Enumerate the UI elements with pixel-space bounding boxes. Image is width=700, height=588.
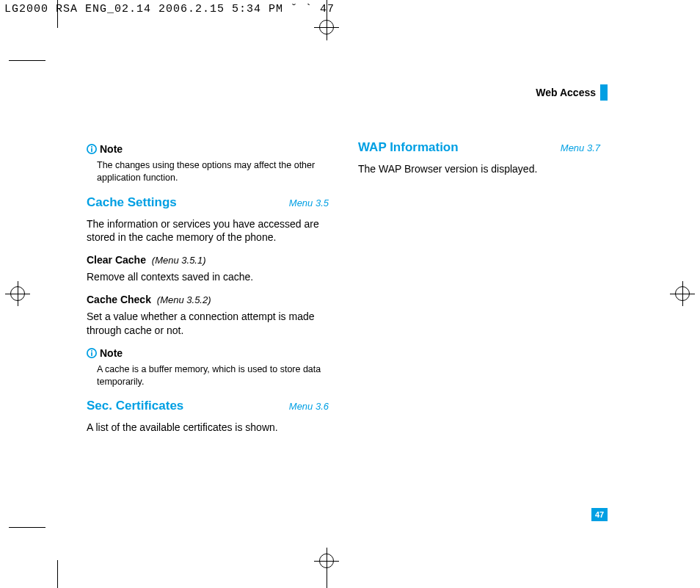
section-body: The WAP Browser version is displayed. [358,162,600,176]
section-title-wap-information: WAP Information [358,139,459,156]
subsection-menu-ref: (Menu 3.5.1) [152,255,206,266]
page: Web Access Note The changes using these … [57,29,608,558]
left-column: Note The changes using these options may… [87,139,329,443]
crop-tick [9,527,45,528]
subsection-menu-ref: (Menu 3.5.2) [157,294,211,305]
subsection-title-cache-check: Cache Check [87,294,151,305]
section-body: The information or services you have acc… [87,217,329,245]
subsection-title-clear-cache: Clear Cache [87,254,146,266]
section-row: Cache Settings Menu 3.5 [87,195,329,211]
registration-mark-left [10,286,25,301]
section-header: Web Access [536,84,608,101]
svg-rect-5 [91,352,92,356]
section-title-cache-settings: Cache Settings [87,195,177,211]
right-column: WAP Information Menu 3.7 The WAP Browser… [358,139,600,443]
info-icon [87,348,97,358]
crop-tick [57,0,58,28]
note-block: Note [87,346,329,360]
section-header-tab [600,84,608,101]
section-title-sec-certificates: Sec. Certificates [87,398,183,415]
section-menu-ref: Menu 3.7 [561,142,600,155]
crop-tick [57,560,58,588]
section-row: Sec. Certificates Menu 3.6 [87,398,329,415]
content-columns: Note The changes using these options may… [87,139,600,443]
note-body: The changes using these options may affe… [97,159,329,184]
subsection-body: Set a value whether a connection attempt… [87,310,329,338]
subsection-row: Clear Cache (Menu 3.5.1) [87,253,329,267]
crop-tick [9,60,45,61]
page-number: 47 [591,508,608,521]
section-header-title: Web Access [536,87,596,98]
subsection-body: Remove all contexts saved in cache. [87,270,329,284]
note-label: Note [100,346,123,360]
section-menu-ref: Menu 3.5 [289,197,329,210]
info-icon [87,144,97,154]
section-menu-ref: Menu 3.6 [289,400,329,413]
note-block: Note [87,142,329,156]
svg-rect-1 [91,147,92,148]
note-body: A cache is a buffer memory, which is use… [97,363,329,388]
section-row: WAP Information Menu 3.7 [358,139,600,156]
svg-rect-2 [91,148,92,152]
note-label: Note [100,142,123,156]
registration-mark-right [675,286,690,301]
svg-rect-4 [91,350,92,352]
subsection-row: Cache Check (Menu 3.5.2) [87,293,329,307]
doc-meta-header: LG2000 RSA ENG_02.14 2006.2.15 5:34 PM ˘… [4,3,335,15]
section-body: A list of the available certificates is … [87,421,329,435]
